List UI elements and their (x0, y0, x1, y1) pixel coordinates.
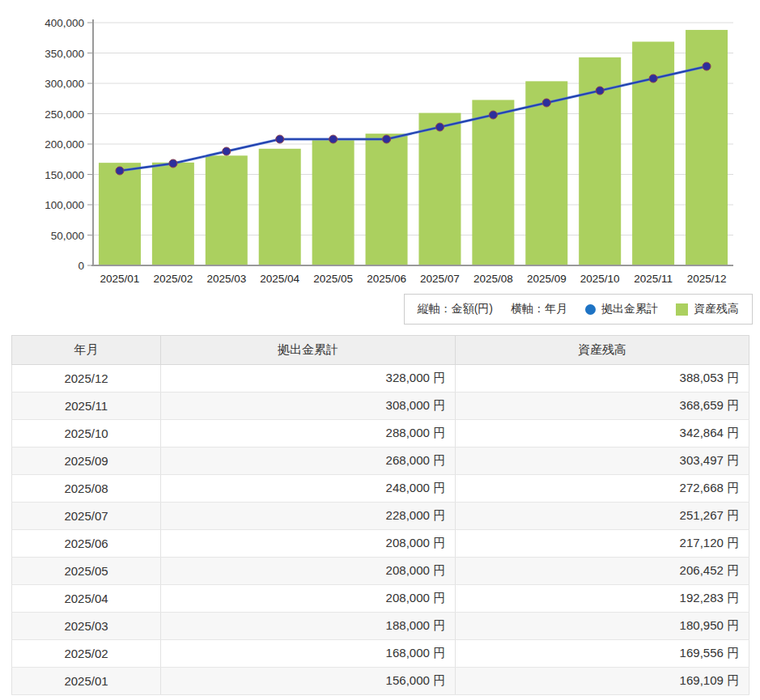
bar-2025/09 (525, 81, 567, 265)
cell-balance: 272,668 円 (456, 475, 749, 503)
y-tick-label: 50,000 (51, 230, 84, 242)
cell-month: 2025/10 (12, 420, 161, 448)
cell-month: 2025/01 (12, 668, 161, 695)
cell-month: 2025/12 (12, 365, 161, 392)
line-point-2025/01 (116, 167, 124, 175)
line-point-2025/02 (169, 159, 177, 168)
y-tick-label: 100,000 (45, 199, 84, 211)
cell-contribution: 156,000 円 (161, 668, 456, 695)
table-row: 2025/08248,000 円272,668 円 (12, 475, 749, 503)
y-tick-label: 350,000 (45, 48, 84, 60)
table-body: 2025/12328,000 円388,053 円2025/11308,000 … (12, 365, 749, 695)
bar-2025/08 (472, 100, 514, 265)
cell-month: 2025/07 (12, 503, 161, 530)
bar-2025/02 (152, 163, 194, 265)
y-tick-label: 200,000 (45, 138, 84, 151)
legend-item-balance: 資産残高 (676, 302, 739, 316)
cell-contribution: 208,000 円 (161, 585, 456, 613)
x-tick-label: 2025/09 (527, 273, 567, 285)
table-row: 2025/02168,000 円169,556 円 (12, 640, 749, 668)
bar-series-swatch-icon (676, 303, 688, 316)
cell-balance: 368,659 円 (456, 392, 749, 420)
line-point-2025/09 (542, 99, 550, 107)
cell-contribution: 168,000 円 (161, 640, 456, 668)
cell-contribution: 308,000 円 (161, 392, 456, 420)
line-point-2025/04 (276, 135, 284, 143)
cell-contribution: 328,000 円 (161, 365, 456, 392)
line-point-2025/11 (649, 74, 657, 83)
bar-2025/03 (206, 155, 248, 265)
chart-legend: 縦軸：金額(円) 横軸：年月 拠出金累計 資産残高 (404, 294, 753, 325)
cell-balance: 217,120 円 (456, 530, 749, 558)
x-tick-label: 2025/07 (420, 273, 460, 285)
cell-contribution: 288,000 円 (161, 420, 456, 448)
y-tick-label: 150,000 (45, 169, 84, 181)
table-row: 2025/05208,000 円206,452 円 (12, 558, 749, 585)
bar-2025/06 (366, 134, 408, 265)
cell-balance: 169,109 円 (456, 668, 749, 695)
bar-2025/01 (99, 163, 141, 265)
bar-2025/05 (312, 140, 355, 265)
cell-balance: 251,267 円 (456, 503, 749, 530)
legend-label-contributions: 拠出金累計 (601, 302, 658, 316)
cell-balance: 388,053 円 (456, 365, 749, 392)
cell-month: 2025/09 (12, 448, 161, 475)
asset-history-table: 年月 拠出金累計 資産残高 2025/12328,000 円388,053 円2… (11, 335, 749, 695)
cell-month: 2025/05 (12, 558, 161, 585)
x-tick-label: 2025/08 (473, 273, 513, 285)
cell-month: 2025/11 (12, 392, 161, 420)
y-tick-label: 250,000 (45, 108, 84, 121)
cell-balance: 342,864 円 (456, 420, 749, 448)
table-row: 2025/01156,000 円169,109 円 (12, 668, 749, 695)
cell-month: 2025/03 (12, 613, 161, 640)
legend-x-axis-note: 横軸：年月 (511, 302, 567, 316)
y-tick-label: 300,000 (45, 78, 84, 90)
bar-2025/07 (418, 113, 461, 265)
y-tick-label: 0 (78, 260, 84, 272)
x-tick-label: 2025/03 (206, 273, 246, 285)
x-tick-label: 2025/12 (687, 273, 727, 285)
x-tick-label: 2025/11 (634, 273, 673, 285)
table-header: 年月 拠出金累計 資産残高 (12, 336, 749, 365)
legend-label-balance: 資産残高 (694, 302, 739, 316)
col-header-month: 年月 (12, 336, 161, 365)
cell-contribution: 208,000 円 (161, 530, 456, 558)
x-tick-label: 2025/06 (367, 273, 406, 285)
cell-contribution: 268,000 円 (161, 448, 456, 475)
bar-2025/04 (259, 149, 301, 265)
cell-balance: 206,452 円 (456, 558, 749, 585)
table-row: 2025/12328,000 円388,053 円 (12, 365, 749, 392)
legend-item-contributions: 拠出金累計 (585, 302, 658, 316)
line-point-2025/03 (223, 147, 231, 155)
table-row: 2025/07228,000 円251,267 円 (12, 503, 749, 530)
cell-balance: 303,497 円 (456, 448, 749, 475)
line-point-2025/07 (435, 123, 444, 131)
cell-balance: 192,283 円 (456, 585, 749, 613)
cell-month: 2025/02 (12, 640, 161, 668)
table-row: 2025/06208,000 円217,120 円 (12, 530, 749, 558)
line-point-2025/08 (489, 111, 497, 119)
y-tick-label: 400,000 (45, 17, 84, 29)
line-point-2025/10 (596, 87, 604, 95)
table-row: 2025/11308,000 円368,659 円 (12, 392, 749, 420)
line-point-2025/06 (383, 135, 391, 143)
table-row: 2025/03188,000 円180,950 円 (12, 613, 749, 640)
line-series-dot-icon (585, 304, 596, 315)
x-tick-label: 2025/01 (100, 273, 140, 285)
x-tick-label: 2025/05 (313, 273, 353, 285)
cell-contribution: 188,000 円 (161, 613, 456, 640)
cell-balance: 180,950 円 (456, 613, 749, 640)
table-row: 2025/04208,000 円192,283 円 (12, 585, 749, 613)
x-tick-label: 2025/04 (260, 273, 299, 285)
cell-contribution: 248,000 円 (161, 475, 456, 503)
table-row: 2025/10288,000 円342,864 円 (12, 420, 749, 448)
cell-month: 2025/08 (12, 475, 161, 503)
line-point-2025/12 (703, 62, 711, 70)
cell-month: 2025/06 (12, 530, 161, 558)
cell-contribution: 208,000 円 (161, 558, 456, 585)
line-point-2025/05 (329, 135, 338, 143)
asset-history-chart: 050,000100,000150,000200,000250,000300,0… (0, 0, 760, 288)
x-tick-label: 2025/10 (580, 273, 620, 285)
x-tick-label: 2025/02 (153, 273, 193, 285)
chart-legend-row: 縦軸：金額(円) 横軸：年月 拠出金累計 資産残高 (0, 294, 753, 325)
